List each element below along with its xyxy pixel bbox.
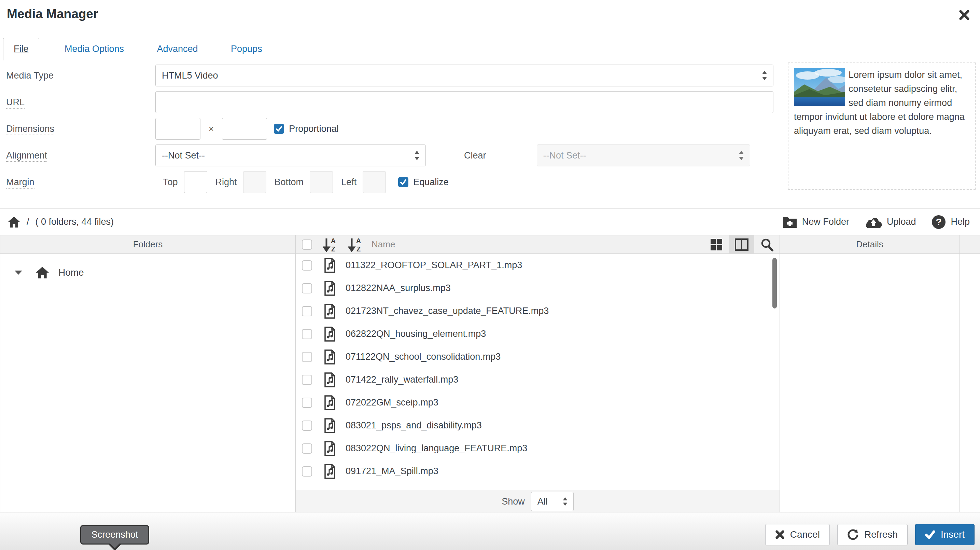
- browser-toolbar: / ( 0 folders, 44 files) New Folder Uplo…: [0, 208, 980, 235]
- file-row[interactable]: 071122QN_school_consolidation.mp3: [296, 345, 780, 368]
- file-checkbox[interactable]: [302, 306, 312, 316]
- margin-right-input[interactable]: [243, 171, 266, 193]
- file-name: 083022QN_living_language_FEATURE.mp3: [345, 443, 527, 454]
- file-list: 011322_ROOFTOP_SOLAR_PART_1.mp3 012822NA…: [296, 254, 780, 491]
- tab-bar: File Media Options Advanced Popups: [0, 38, 980, 60]
- breadcrumb-separator[interactable]: /: [27, 217, 29, 227]
- tab-file[interactable]: File: [3, 38, 39, 61]
- file-row[interactable]: 083021_psps_and_disability.mp3: [296, 414, 780, 437]
- folders-tree: Home: [0, 254, 295, 512]
- proportional-checkbox[interactable]: [274, 124, 284, 134]
- margin-top-input[interactable]: [184, 171, 207, 193]
- tab-popups[interactable]: Popups: [221, 38, 272, 61]
- file-row[interactable]: 012822NAA_surplus.mp3: [296, 277, 780, 300]
- proportional-label: Proportional: [289, 124, 339, 134]
- url-input[interactable]: [155, 91, 773, 113]
- file-row[interactable]: 062822QN_housing_element.mp3: [296, 322, 780, 345]
- cancel-button[interactable]: Cancel: [765, 524, 830, 545]
- url-row: URL: [0, 91, 782, 113]
- file-row[interactable]: 021723NT_chavez_case_update_FEATURE.mp3: [296, 300, 780, 322]
- audio-file-icon: [324, 464, 336, 479]
- question-circle-icon: ?: [932, 215, 946, 229]
- media-type-select[interactable]: HTML5 Video: [155, 65, 773, 86]
- check-icon: [275, 125, 283, 132]
- url-label: URL: [0, 97, 155, 108]
- screenshot-tooltip: Screenshot: [80, 525, 149, 545]
- scrollbar-thumb[interactable]: [772, 258, 777, 308]
- file-checkbox[interactable]: [302, 352, 312, 362]
- caret-down-icon[interactable]: [14, 270, 23, 275]
- breadcrumb: / ( 0 folders, 44 files): [0, 216, 114, 228]
- select-arrows-icon: [762, 70, 768, 81]
- height-input[interactable]: [222, 118, 267, 140]
- breadcrumb-info: ( 0 folders, 44 files): [35, 217, 114, 227]
- select-arrows-icon: [562, 496, 568, 507]
- sort-az-name-icon[interactable]: AZ: [323, 237, 337, 252]
- file-row[interactable]: 072022GM_sceip.mp3: [296, 391, 780, 414]
- name-column-header[interactable]: Name: [372, 239, 395, 250]
- alignment-select[interactable]: --Not Set--: [155, 145, 426, 166]
- equalize-checkbox[interactable]: [398, 177, 408, 187]
- svg-text:?: ?: [936, 217, 942, 227]
- refresh-button[interactable]: Refresh: [837, 524, 908, 545]
- column-view-icon[interactable]: [729, 235, 754, 254]
- equalize-label: Equalize: [413, 177, 449, 188]
- home-icon[interactable]: [8, 216, 21, 228]
- clear-select[interactable]: --Not Set--: [537, 145, 750, 166]
- file-name: 083021_psps_and_disability.mp3: [345, 420, 482, 431]
- show-select[interactable]: All: [531, 492, 574, 511]
- width-input[interactable]: [155, 118, 200, 140]
- file-row[interactable]: 071422_rally_waterfall.mp3: [296, 368, 780, 391]
- margin-bottom-input[interactable]: [310, 171, 333, 193]
- tab-advanced[interactable]: Advanced: [147, 38, 208, 61]
- cloud-upload-icon: [865, 216, 882, 228]
- margin-side-label: Right: [215, 177, 237, 188]
- folders-header: Folders: [0, 235, 295, 254]
- check-icon: [399, 179, 407, 186]
- sample-preview: Lorem ipsum dolor sit amet, consetetur s…: [788, 62, 975, 190]
- audio-file-icon: [324, 349, 336, 365]
- file-checkbox[interactable]: [302, 329, 312, 339]
- margin-side-label: Top: [163, 177, 178, 188]
- details-header: Details: [780, 235, 959, 254]
- file-checkbox[interactable]: [302, 283, 312, 293]
- media-type-label: Media Type: [0, 70, 155, 81]
- grid-view-icon[interactable]: [704, 235, 729, 254]
- file-row[interactable]: 083022QN_living_language_FEATURE.mp3: [296, 437, 780, 460]
- svg-text:Z: Z: [356, 245, 361, 252]
- close-icon[interactable]: [958, 9, 970, 21]
- tree-item-home[interactable]: Home: [14, 266, 295, 279]
- file-checkbox[interactable]: [302, 466, 312, 477]
- magnifier-icon[interactable]: [754, 235, 780, 254]
- select-arrows-icon: [414, 150, 420, 161]
- file-browser: Folders Home AZ: [0, 235, 980, 512]
- file-checkbox[interactable]: [302, 375, 312, 385]
- sort-az-ext-icon[interactable]: AZ: [348, 237, 363, 252]
- file-name: 021723NT_chavez_case_update_FEATURE.mp3: [345, 306, 549, 316]
- audio-file-icon: [324, 258, 336, 273]
- upload-button[interactable]: Upload: [865, 216, 916, 228]
- file-checkbox[interactable]: [302, 443, 312, 454]
- new-folder-button[interactable]: New Folder: [782, 215, 849, 228]
- file-checkbox[interactable]: [302, 421, 312, 431]
- file-row[interactable]: 091721_MA_Spill.mp3: [296, 460, 780, 483]
- svg-text:A: A: [331, 237, 336, 245]
- insert-button[interactable]: Insert: [915, 524, 975, 545]
- x-icon: [775, 530, 785, 539]
- dialog-header: Media Manager: [0, 0, 980, 38]
- tab-media-options[interactable]: Media Options: [54, 38, 134, 61]
- file-name: 091721_MA_Spill.mp3: [345, 466, 438, 477]
- file-checkbox[interactable]: [302, 398, 312, 408]
- margin-left-input[interactable]: [363, 171, 386, 193]
- select-arrows-icon: [738, 150, 745, 161]
- file-row[interactable]: 011322_ROOFTOP_SOLAR_PART_1.mp3: [296, 254, 780, 277]
- file-name: 012822NAA_surplus.mp3: [345, 283, 451, 293]
- select-all-checkbox[interactable]: [302, 239, 312, 250]
- help-button[interactable]: ? Help: [932, 215, 970, 229]
- details-panel: Details: [780, 235, 960, 512]
- svg-text:A: A: [356, 237, 361, 245]
- dimensions-separator: ×: [208, 124, 214, 134]
- file-checkbox[interactable]: [302, 260, 312, 271]
- home-icon: [35, 266, 49, 279]
- svg-text:Z: Z: [331, 245, 335, 252]
